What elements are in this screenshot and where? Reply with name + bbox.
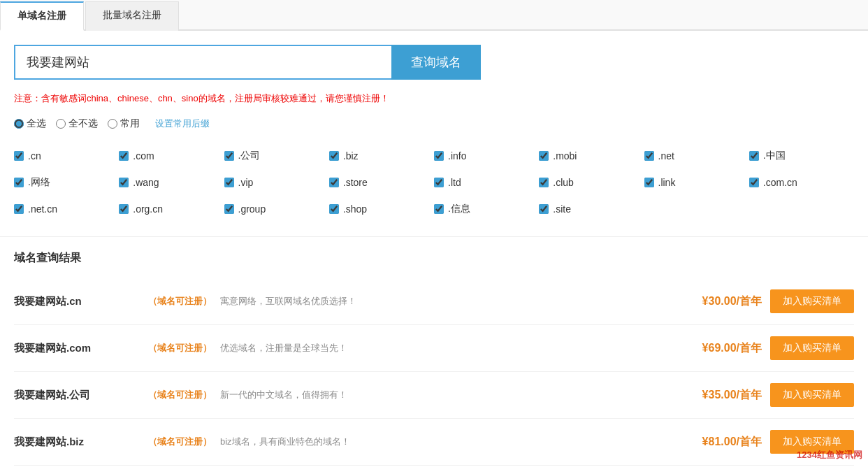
tld-item-1[interactable]: .com	[119, 143, 224, 169]
tld-checkbox-6[interactable]	[644, 151, 654, 161]
tld-item-0[interactable]: .cn	[14, 143, 119, 169]
tld-item-13[interactable]: .club	[539, 169, 644, 196]
watermark: 1234红鱼资讯网	[797, 449, 862, 461]
tld-checkbox-19[interactable]	[329, 204, 339, 214]
result-domain-1: 我要建网站.com	[14, 342, 140, 355]
tld-checkbox-7[interactable]	[749, 151, 759, 161]
tld-label-6: .net	[658, 150, 674, 161]
tld-checkbox-1[interactable]	[119, 151, 129, 161]
tld-label-17: .org.cn	[133, 203, 163, 215]
tld-checkbox-13[interactable]	[539, 178, 549, 187]
tld-checkbox-17[interactable]	[119, 204, 129, 214]
add-cart-button-2[interactable]: 加入购买清单	[770, 383, 854, 407]
tld-checkbox-20[interactable]	[434, 204, 444, 214]
tld-label-3: .biz	[343, 150, 359, 161]
tld-label-20: .信息	[448, 203, 470, 215]
set-common-link[interactable]: 设置常用后缀	[155, 117, 210, 130]
radio-none-input[interactable]	[56, 119, 66, 129]
result-desc-3: biz域名，具有商业特色的域名！	[220, 436, 663, 448]
tld-checkbox-4[interactable]	[434, 151, 444, 161]
result-row-0: 我要建网站.cn（域名可注册）寓意网络，互联网域名优质选择！¥30.00/首年加…	[14, 278, 854, 325]
radio-all[interactable]: 全选	[14, 117, 46, 130]
result-badge-3: （域名可注册）	[148, 436, 212, 448]
tab-single[interactable]: 单域名注册	[0, 1, 84, 31]
tld-checkbox-10[interactable]	[224, 178, 234, 187]
tld-label-2: .公司	[238, 150, 261, 162]
tld-item-8[interactable]: .网络	[14, 169, 119, 196]
tld-label-0: .cn	[28, 150, 41, 161]
tld-checkbox-8[interactable]	[14, 178, 24, 187]
tld-checkbox-0[interactable]	[14, 151, 24, 161]
tld-checkbox-12[interactable]	[434, 178, 444, 187]
result-row-2: 我要建网站.公司（域名可注册）新一代的中文域名，值得拥有！¥35.00/首年加入…	[14, 372, 854, 419]
result-desc-2: 新一代的中文域名，值得拥有！	[220, 389, 663, 401]
tld-item-4[interactable]: .info	[434, 143, 539, 169]
tld-label-1: .com	[133, 150, 154, 161]
tld-item-9[interactable]: .wang	[119, 169, 224, 196]
tld-checkbox-11[interactable]	[329, 178, 339, 187]
tld-checkbox-16[interactable]	[14, 204, 24, 214]
tld-checkbox-14[interactable]	[644, 178, 654, 187]
tld-item-10[interactable]: .vip	[224, 169, 329, 196]
tld-item-2[interactable]: .公司	[224, 143, 329, 169]
tld-label-15: .com.cn	[763, 177, 797, 188]
tld-item-21[interactable]: .site	[539, 196, 644, 222]
tld-item-6[interactable]: .net	[644, 143, 749, 169]
radio-none[interactable]: 全不选	[56, 117, 98, 130]
page-wrapper: 单域名注册 批量域名注册 查询域名 注意：含有敏感词china、chinese、…	[0, 0, 868, 467]
result-price-1: ¥69.00/首年	[671, 341, 762, 356]
result-domain-3: 我要建网站.biz	[14, 436, 140, 449]
result-badge-0: （域名可注册）	[148, 295, 212, 308]
tld-item-16[interactable]: .net.cn	[14, 196, 119, 222]
tld-item-14[interactable]: .link	[644, 169, 749, 196]
tld-label-8: .网络	[28, 176, 50, 189]
tld-checkbox-9[interactable]	[119, 178, 129, 187]
tld-item-5[interactable]: .mobi	[539, 143, 644, 169]
tld-label-11: .store	[343, 177, 368, 188]
tld-item-11[interactable]: .store	[329, 169, 434, 196]
result-price-2: ¥35.00/首年	[671, 388, 762, 403]
tld-checkbox-2[interactable]	[224, 151, 234, 161]
result-badge-2: （域名可注册）	[148, 389, 212, 401]
tld-label-9: .wang	[133, 177, 159, 188]
search-area: 查询域名	[0, 31, 868, 87]
result-price-3: ¥81.00/首年	[671, 435, 762, 450]
tld-item-17[interactable]: .org.cn	[119, 196, 224, 222]
tabs-bar: 单域名注册 批量域名注册	[0, 0, 868, 31]
tld-item-19[interactable]: .shop	[329, 196, 434, 222]
add-cart-button-0[interactable]: 加入购买清单	[770, 289, 854, 313]
radio-common-input[interactable]	[108, 119, 117, 129]
tld-label-18: .group	[238, 203, 266, 215]
tld-label-12: .ltd	[448, 177, 461, 188]
tld-label-13: .club	[553, 177, 574, 188]
tld-checkbox-3[interactable]	[329, 151, 339, 161]
result-badge-1: （域名可注册）	[148, 342, 212, 354]
tld-grid: .cn.com.公司.biz.info.mobi.net.中国.网络.wang.…	[0, 136, 868, 237]
tld-label-14: .link	[658, 177, 676, 188]
search-input[interactable]	[14, 45, 391, 80]
tld-item-12[interactable]: .ltd	[434, 169, 539, 196]
tld-label-7: .中国	[763, 150, 786, 162]
tld-label-21: .site	[553, 203, 571, 215]
tld-item-20[interactable]: .信息	[434, 196, 539, 222]
result-domain-2: 我要建网站.公司	[14, 389, 140, 402]
results-list: 我要建网站.cn（域名可注册）寓意网络，互联网域名优质选择！¥30.00/首年加…	[14, 278, 854, 466]
tld-checkbox-21[interactable]	[539, 204, 549, 214]
result-price-0: ¥30.00/首年	[671, 294, 762, 309]
tld-item-15[interactable]: .com.cn	[749, 169, 854, 196]
result-desc-1: 优选域名，注册量是全球当先！	[220, 342, 663, 354]
radio-all-input[interactable]	[14, 119, 24, 129]
results-section: 域名查询结果 我要建网站.cn（域名可注册）寓意网络，互联网域名优质选择！¥30…	[0, 237, 868, 466]
radio-common[interactable]: 常用	[108, 117, 140, 130]
tld-checkbox-15[interactable]	[749, 178, 759, 187]
tld-checkbox-5[interactable]	[539, 151, 549, 161]
tld-item-7[interactable]: .中国	[749, 143, 854, 169]
search-button[interactable]: 查询域名	[391, 45, 481, 80]
tld-checkbox-18[interactable]	[224, 204, 234, 214]
tab-batch[interactable]: 批量域名注册	[85, 1, 179, 31]
add-cart-button-1[interactable]: 加入购买清单	[770, 336, 854, 360]
tld-item-18[interactable]: .group	[224, 196, 329, 222]
tld-item-3[interactable]: .biz	[329, 143, 434, 169]
result-domain-0: 我要建网站.cn	[14, 295, 140, 308]
tld-label-4: .info	[448, 150, 466, 161]
